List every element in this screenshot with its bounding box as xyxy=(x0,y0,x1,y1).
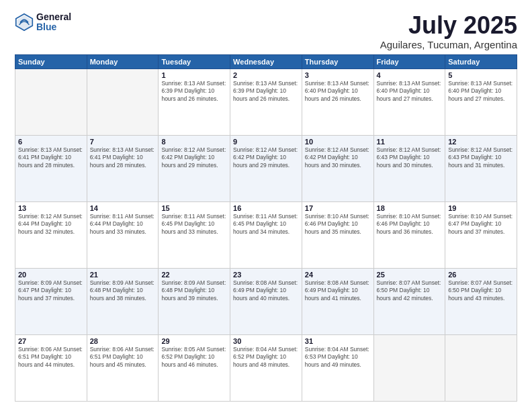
calendar-cell: 3Sunrise: 8:13 AM Sunset: 6:40 PM Daylig… xyxy=(302,68,373,135)
calendar-cell: 31Sunrise: 8:04 AM Sunset: 6:53 PM Dayli… xyxy=(302,334,373,401)
day-number: 25 xyxy=(377,271,443,279)
day-number: 5 xyxy=(448,71,514,79)
calendar-cell: 13Sunrise: 8:12 AM Sunset: 6:44 PM Dayli… xyxy=(15,201,87,268)
day-info: Sunrise: 8:13 AM Sunset: 6:40 PM Dayligh… xyxy=(448,80,514,103)
day-number: 15 xyxy=(161,204,227,212)
day-info: Sunrise: 8:11 AM Sunset: 6:45 PM Dayligh… xyxy=(233,213,299,236)
day-number: 23 xyxy=(233,271,299,279)
col-header-tuesday: Tuesday xyxy=(159,54,230,68)
day-number: 8 xyxy=(161,138,227,146)
day-info: Sunrise: 8:11 AM Sunset: 6:45 PM Dayligh… xyxy=(161,213,227,236)
day-number: 7 xyxy=(90,138,156,146)
day-number: 24 xyxy=(305,271,371,279)
col-header-sunday: Sunday xyxy=(15,54,87,68)
day-number: 13 xyxy=(18,204,84,212)
calendar-cell: 19Sunrise: 8:10 AM Sunset: 6:47 PM Dayli… xyxy=(445,201,517,268)
logo-general: General xyxy=(36,12,71,22)
day-info: Sunrise: 8:13 AM Sunset: 6:40 PM Dayligh… xyxy=(305,80,371,103)
day-number: 20 xyxy=(18,271,84,279)
col-header-saturday: Saturday xyxy=(445,54,517,68)
day-number: 6 xyxy=(18,138,84,146)
day-number: 14 xyxy=(90,204,156,212)
calendar-cell: 20Sunrise: 8:09 AM Sunset: 6:47 PM Dayli… xyxy=(15,268,87,334)
day-info: Sunrise: 8:10 AM Sunset: 6:46 PM Dayligh… xyxy=(305,213,371,236)
day-number: 21 xyxy=(90,271,156,279)
day-info: Sunrise: 8:12 AM Sunset: 6:42 PM Dayligh… xyxy=(305,146,371,169)
day-number: 2 xyxy=(233,71,299,79)
calendar-cell: 12Sunrise: 8:12 AM Sunset: 6:43 PM Dayli… xyxy=(445,135,517,201)
week-row-4: 20Sunrise: 8:09 AM Sunset: 6:47 PM Dayli… xyxy=(15,268,517,334)
header-row: SundayMondayTuesdayWednesdayThursdayFrid… xyxy=(15,54,517,68)
week-row-3: 13Sunrise: 8:12 AM Sunset: 6:44 PM Dayli… xyxy=(15,201,517,268)
day-info: Sunrise: 8:11 AM Sunset: 6:44 PM Dayligh… xyxy=(90,213,156,236)
calendar-cell: 27Sunrise: 8:06 AM Sunset: 6:51 PM Dayli… xyxy=(15,334,87,401)
day-number: 29 xyxy=(161,337,227,345)
calendar-cell: 8Sunrise: 8:12 AM Sunset: 6:42 PM Daylig… xyxy=(159,135,230,201)
day-info: Sunrise: 8:09 AM Sunset: 6:48 PM Dayligh… xyxy=(161,279,227,302)
calendar-cell xyxy=(15,68,87,135)
calendar-cell: 18Sunrise: 8:10 AM Sunset: 6:46 PM Dayli… xyxy=(373,201,445,268)
day-number: 30 xyxy=(233,337,299,345)
day-info: Sunrise: 8:12 AM Sunset: 6:43 PM Dayligh… xyxy=(448,146,514,169)
day-number: 12 xyxy=(448,138,514,146)
week-row-5: 27Sunrise: 8:06 AM Sunset: 6:51 PM Dayli… xyxy=(15,334,517,401)
subtitle: Aguilares, Tucuman, Argentina xyxy=(380,39,517,50)
page: General Blue July 2025 Aguilares, Tucuma… xyxy=(0,0,532,411)
calendar-cell: 26Sunrise: 8:07 AM Sunset: 6:50 PM Dayli… xyxy=(445,268,517,334)
day-number: 19 xyxy=(448,204,514,212)
calendar-cell: 6Sunrise: 8:13 AM Sunset: 6:41 PM Daylig… xyxy=(15,135,87,201)
calendar-cell: 28Sunrise: 8:06 AM Sunset: 6:51 PM Dayli… xyxy=(87,334,159,401)
day-info: Sunrise: 8:12 AM Sunset: 6:44 PM Dayligh… xyxy=(18,213,84,236)
day-info: Sunrise: 8:13 AM Sunset: 6:41 PM Dayligh… xyxy=(18,146,84,169)
calendar-cell xyxy=(445,334,517,401)
day-info: Sunrise: 8:12 AM Sunset: 6:43 PM Dayligh… xyxy=(377,146,443,169)
day-info: Sunrise: 8:12 AM Sunset: 6:42 PM Dayligh… xyxy=(161,146,227,169)
day-number: 18 xyxy=(377,204,443,212)
day-info: Sunrise: 8:09 AM Sunset: 6:47 PM Dayligh… xyxy=(18,279,84,302)
calendar-cell: 17Sunrise: 8:10 AM Sunset: 6:46 PM Dayli… xyxy=(302,201,373,268)
day-number: 31 xyxy=(305,337,371,345)
day-number: 11 xyxy=(377,138,443,146)
calendar-cell: 11Sunrise: 8:12 AM Sunset: 6:43 PM Dayli… xyxy=(373,135,445,201)
day-number: 26 xyxy=(448,271,514,279)
day-info: Sunrise: 8:07 AM Sunset: 6:50 PM Dayligh… xyxy=(377,279,443,302)
day-info: Sunrise: 8:12 AM Sunset: 6:42 PM Dayligh… xyxy=(233,146,299,169)
week-row-2: 6Sunrise: 8:13 AM Sunset: 6:41 PM Daylig… xyxy=(15,135,517,201)
day-number: 28 xyxy=(90,337,156,345)
calendar-cell xyxy=(373,334,445,401)
calendar-cell: 7Sunrise: 8:13 AM Sunset: 6:41 PM Daylig… xyxy=(87,135,159,201)
day-number: 27 xyxy=(18,337,84,345)
col-header-monday: Monday xyxy=(87,54,159,68)
day-info: Sunrise: 8:13 AM Sunset: 6:39 PM Dayligh… xyxy=(233,80,299,103)
day-info: Sunrise: 8:13 AM Sunset: 6:40 PM Dayligh… xyxy=(377,80,443,103)
logo: General Blue xyxy=(15,12,71,33)
calendar-cell: 4Sunrise: 8:13 AM Sunset: 6:40 PM Daylig… xyxy=(373,68,445,135)
calendar-cell: 16Sunrise: 8:11 AM Sunset: 6:45 PM Dayli… xyxy=(230,201,302,268)
col-header-friday: Friday xyxy=(373,54,445,68)
day-info: Sunrise: 8:06 AM Sunset: 6:51 PM Dayligh… xyxy=(18,346,84,369)
calendar-cell: 25Sunrise: 8:07 AM Sunset: 6:50 PM Dayli… xyxy=(373,268,445,334)
day-number: 1 xyxy=(161,71,227,79)
day-info: Sunrise: 8:08 AM Sunset: 6:49 PM Dayligh… xyxy=(233,279,299,302)
logo-blue: Blue xyxy=(36,22,71,32)
title-block: July 2025 Aguilares, Tucuman, Argentina xyxy=(380,12,517,50)
day-info: Sunrise: 8:13 AM Sunset: 6:41 PM Dayligh… xyxy=(90,146,156,169)
main-title: July 2025 xyxy=(380,12,517,39)
day-number: 3 xyxy=(305,71,371,79)
logo-text: General Blue xyxy=(36,12,71,33)
day-number: 9 xyxy=(233,138,299,146)
day-number: 22 xyxy=(161,271,227,279)
day-info: Sunrise: 8:09 AM Sunset: 6:48 PM Dayligh… xyxy=(90,279,156,302)
calendar-cell: 2Sunrise: 8:13 AM Sunset: 6:39 PM Daylig… xyxy=(230,68,302,135)
day-info: Sunrise: 8:10 AM Sunset: 6:47 PM Dayligh… xyxy=(448,213,514,236)
logo-icon xyxy=(15,13,34,32)
calendar-cell xyxy=(87,68,159,135)
calendar-cell: 14Sunrise: 8:11 AM Sunset: 6:44 PM Dayli… xyxy=(87,201,159,268)
calendar-cell: 21Sunrise: 8:09 AM Sunset: 6:48 PM Dayli… xyxy=(87,268,159,334)
header: General Blue July 2025 Aguilares, Tucuma… xyxy=(15,12,517,50)
day-info: Sunrise: 8:13 AM Sunset: 6:39 PM Dayligh… xyxy=(161,80,227,103)
calendar-cell: 29Sunrise: 8:05 AM Sunset: 6:52 PM Dayli… xyxy=(159,334,230,401)
calendar-cell: 1Sunrise: 8:13 AM Sunset: 6:39 PM Daylig… xyxy=(159,68,230,135)
calendar-cell: 24Sunrise: 8:08 AM Sunset: 6:49 PM Dayli… xyxy=(302,268,373,334)
calendar-cell: 30Sunrise: 8:04 AM Sunset: 6:52 PM Dayli… xyxy=(230,334,302,401)
